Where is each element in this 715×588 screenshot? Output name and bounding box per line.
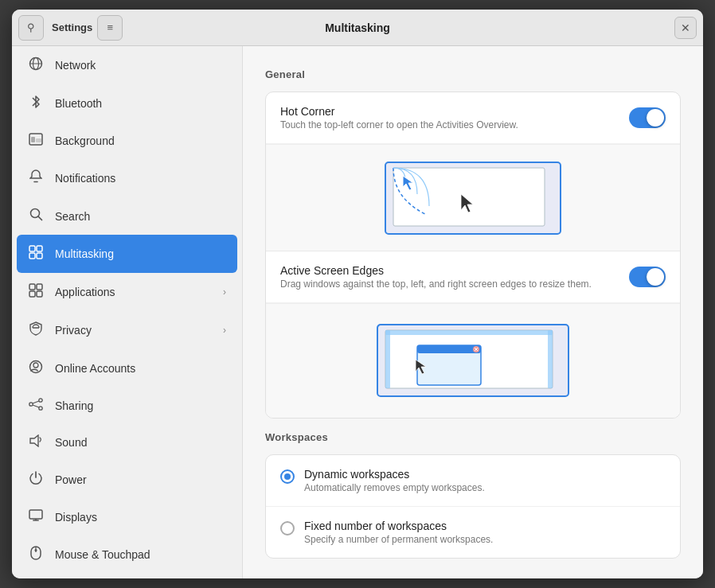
main-content: General Hot Corner Touch the top-left co…	[243, 46, 703, 578]
sidebar-item-sharing[interactable]: Sharing	[12, 387, 242, 424]
sidebar-item-bluetooth[interactable]: Bluetooth	[12, 84, 242, 123]
dynamic-workspaces-row[interactable]: Dynamic workspaces Automatically removes…	[266, 455, 680, 507]
search-button[interactable]: ⚲	[18, 15, 44, 41]
hot-corner-toggle[interactable]	[629, 107, 666, 128]
sidebar-label-notifications: Notifications	[55, 172, 115, 185]
titlebar-left: ⚲ Settings ≡	[12, 15, 243, 41]
chevron-right-icon-privacy: ›	[223, 325, 226, 336]
hot-corner-desc: Touch the top-left corner to open the Ac…	[280, 119, 629, 130]
sidebar-label-displays: Displays	[55, 511, 97, 524]
active-edges-preview-area	[266, 303, 680, 418]
svg-rect-15	[29, 291, 35, 297]
close-icon: ✕	[681, 21, 690, 34]
menu-icon: ≡	[107, 21, 114, 33]
online-accounts-icon	[28, 360, 44, 377]
mouse-touchpad-icon	[28, 546, 44, 563]
settings-window: ⚲ Settings ≡ Multitasking ✕ Network	[12, 10, 703, 578]
active-edges-toggle[interactable]	[629, 267, 666, 287]
sidebar-item-multitasking[interactable]: Multitasking	[17, 235, 237, 273]
sidebar-item-notifications[interactable]: Notifications	[12, 159, 242, 197]
fixed-workspaces-desc: Specify a number of permanent workspaces…	[304, 534, 493, 545]
sidebar-item-applications[interactable]: Applications ›	[12, 273, 242, 311]
svg-rect-12	[37, 253, 42, 259]
active-edges-desc: Drag windows against the top, left, and …	[280, 278, 629, 290]
active-edges-preview	[280, 315, 666, 407]
fixed-workspaces-radio[interactable]	[280, 521, 295, 535]
search-icon: ⚲	[27, 21, 35, 33]
svg-marker-25	[30, 435, 38, 446]
svg-rect-43	[417, 345, 481, 353]
svg-line-24	[33, 405, 39, 407]
active-screen-edges-row: Active Screen Edges Drag windows against…	[266, 251, 680, 418]
sidebar-label-privacy: Privacy	[55, 324, 92, 337]
sidebar: Network Bluetooth Background Notificatio…	[12, 46, 243, 578]
active-edges-title: Active Screen Edges	[280, 264, 629, 277]
hot-corner-row: Hot Corner Touch the top-left corner to …	[266, 92, 680, 251]
svg-rect-13	[29, 284, 35, 290]
sidebar-item-network[interactable]: Network	[12, 46, 242, 84]
applications-icon	[28, 283, 44, 301]
svg-line-23	[33, 401, 39, 403]
hot-corner-header: Hot Corner Touch the top-left corner to …	[266, 92, 680, 144]
sound-icon	[28, 434, 44, 450]
hot-corner-text: Hot Corner Touch the top-left corner to …	[280, 105, 629, 130]
menu-button[interactable]: ≡	[97, 15, 123, 41]
sidebar-item-mouse-touchpad[interactable]: Mouse & Touchpad	[12, 535, 242, 574]
sidebar-label-bluetooth: Bluetooth	[55, 97, 102, 110]
background-icon	[28, 133, 44, 149]
sidebar-item-sound[interactable]: Sound	[12, 424, 242, 461]
sidebar-item-privacy[interactable]: Privacy ›	[12, 311, 242, 349]
notifications-icon	[28, 169, 44, 187]
sidebar-item-online-accounts[interactable]: Online Accounts	[12, 349, 242, 387]
hot-corner-preview	[280, 156, 666, 239]
sidebar-label-power: Power	[55, 473, 87, 486]
fixed-workspaces-text: Fixed number of workspaces Specify a num…	[304, 520, 493, 545]
dynamic-workspaces-title: Dynamic workspaces	[304, 468, 485, 481]
sidebar-item-background[interactable]: Background	[12, 123, 242, 159]
svg-rect-34	[393, 168, 545, 226]
svg-rect-4	[31, 137, 35, 142]
svg-rect-40	[385, 330, 390, 388]
svg-rect-16	[37, 291, 42, 297]
sidebar-label-background: Background	[55, 134, 115, 147]
workspaces-section-title: Workspaces	[265, 431, 681, 443]
general-card: Hot Corner Touch the top-left corner to …	[265, 92, 681, 419]
sidebar-label-search: Search	[55, 210, 90, 223]
active-edges-preview-svg	[346, 321, 600, 401]
svg-rect-10	[37, 246, 42, 251]
close-button[interactable]: ✕	[674, 17, 697, 39]
svg-rect-41	[548, 330, 553, 388]
sidebar-label-applications: Applications	[55, 286, 115, 298]
svg-point-20	[39, 399, 42, 402]
dynamic-workspaces-radio[interactable]	[280, 469, 295, 484]
svg-point-21	[39, 407, 42, 410]
dynamic-workspaces-desc: Automatically removes empty workspaces.	[304, 482, 485, 493]
window-title-text: Multitasking	[325, 21, 390, 34]
network-icon	[28, 56, 44, 74]
titlebar: ⚲ Settings ≡ Multitasking ✕	[12, 10, 703, 46]
fixed-workspaces-row[interactable]: Fixed number of workspaces Specify a num…	[266, 507, 680, 558]
svg-point-32	[35, 549, 37, 551]
hot-corner-preview-svg	[338, 158, 608, 238]
privacy-icon	[28, 321, 44, 339]
multitasking-icon	[28, 245, 44, 263]
sidebar-label-network: Network	[55, 59, 96, 72]
sidebar-label-sound: Sound	[55, 436, 87, 449]
window-title: Multitasking	[325, 21, 390, 34]
sidebar-item-search[interactable]: Search	[12, 197, 242, 235]
dynamic-workspaces-text: Dynamic workspaces Automatically removes…	[304, 468, 485, 493]
svg-rect-11	[29, 253, 35, 259]
sidebar-label-mouse-touchpad: Mouse & Touchpad	[55, 548, 150, 561]
sidebar-item-power[interactable]: Power	[12, 461, 242, 499]
content-area: Network Bluetooth Background Notificatio…	[12, 46, 703, 578]
sidebar-item-displays[interactable]: Displays	[12, 499, 242, 535]
fixed-workspaces-title: Fixed number of workspaces	[304, 520, 493, 532]
svg-rect-5	[36, 138, 41, 142]
active-edges-header: Active Screen Edges Drag windows against…	[266, 251, 680, 303]
sidebar-label-multitasking: Multitasking	[55, 247, 114, 260]
sidebar-label-online-accounts: Online Accounts	[55, 362, 135, 375]
svg-line-8	[38, 216, 42, 220]
svg-point-22	[29, 403, 33, 406]
bluetooth-icon	[28, 95, 44, 112]
displays-icon	[28, 509, 44, 525]
